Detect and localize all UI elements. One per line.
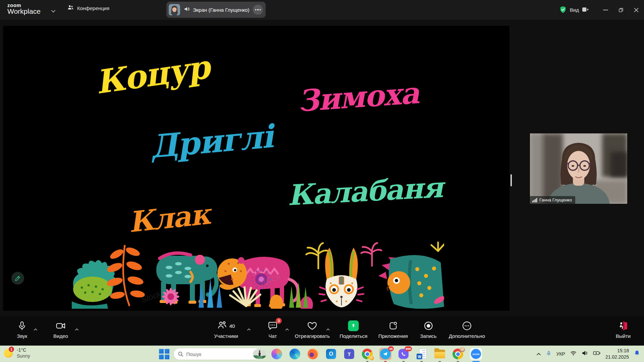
participants-options-chevron[interactable] bbox=[246, 325, 252, 334]
record-label: Запись bbox=[420, 333, 436, 339]
tray-time: 15:18 bbox=[605, 348, 629, 354]
zoom-icon: zoom bbox=[471, 349, 481, 359]
restore-button[interactable] bbox=[613, 0, 629, 20]
react-label: Отреагировать bbox=[295, 333, 330, 339]
start-button[interactable] bbox=[158, 348, 170, 360]
extension-overlay-icon bbox=[369, 356, 374, 361]
video-button[interactable]: Видео bbox=[53, 319, 68, 339]
teams-app-icon[interactable]: T bbox=[343, 348, 355, 360]
more-label: Дополнительно bbox=[449, 333, 485, 339]
edge-app-icon[interactable] bbox=[289, 348, 301, 360]
outlook-icon: O bbox=[326, 349, 336, 359]
brand-workplace: Workplace bbox=[7, 7, 41, 15]
chat-options-chevron[interactable] bbox=[284, 325, 290, 334]
zoom-app-icon[interactable]: zoom bbox=[470, 348, 482, 360]
chrome-extension-app-icon[interactable] bbox=[361, 348, 373, 360]
record-icon bbox=[423, 319, 433, 332]
word-app-icon[interactable]: W bbox=[416, 348, 428, 360]
react-options-chevron[interactable] bbox=[325, 325, 331, 334]
windows-logo-icon bbox=[159, 349, 169, 359]
close-button[interactable] bbox=[629, 0, 644, 20]
wifi-icon[interactable] bbox=[570, 351, 577, 357]
sun-icon: 1 bbox=[3, 348, 14, 358]
notification-bell-icon[interactable] bbox=[634, 350, 640, 358]
firefox-app-icon[interactable] bbox=[307, 348, 319, 360]
people-icon bbox=[67, 4, 74, 12]
tab-more-button[interactable] bbox=[253, 5, 263, 15]
taskbar-app-icons: O T 48 999 bbox=[271, 348, 482, 360]
tab-screen-share[interactable]: Экран (Ганна Глущенко) bbox=[166, 2, 266, 18]
tray-date: 21.02.2025 bbox=[605, 354, 629, 360]
tray-mic-icon[interactable] bbox=[546, 350, 551, 358]
shield-check-icon[interactable] bbox=[559, 6, 567, 14]
viber-badge: 999 bbox=[405, 346, 412, 351]
search-highlight-image[interactable] bbox=[253, 349, 266, 359]
participants-label: Участники bbox=[214, 333, 238, 339]
participants-count: 40 bbox=[229, 323, 235, 329]
volume-icon[interactable] bbox=[582, 350, 588, 357]
chat-button[interactable]: 3 Чат bbox=[268, 319, 278, 339]
edge-icon bbox=[289, 349, 300, 359]
participants-icon bbox=[217, 320, 227, 331]
audio-options-chevron[interactable] bbox=[32, 325, 39, 334]
audio-button[interactable]: Звук bbox=[17, 319, 28, 339]
shared-screen: Коцур Зимоха Дриглі Калабаня Клак bbox=[3, 26, 509, 311]
screen-word: Коцур bbox=[94, 51, 211, 99]
language-indicator[interactable]: УКР bbox=[556, 351, 565, 357]
search-icon bbox=[178, 351, 183, 357]
tab-meeting[interactable]: Конференция bbox=[67, 4, 109, 12]
participants-button[interactable]: 40 Участники bbox=[214, 319, 238, 339]
viber-app-icon[interactable]: 999 bbox=[397, 348, 410, 360]
audio-label: Звук bbox=[17, 333, 28, 339]
annotate-pencil-button[interactable] bbox=[11, 272, 24, 285]
record-button[interactable]: Запись bbox=[420, 319, 436, 339]
outlook-app-icon[interactable]: O bbox=[325, 348, 337, 360]
chat-icon: 3 bbox=[268, 319, 278, 332]
word-icon: W bbox=[417, 349, 427, 359]
video-label: Видео bbox=[53, 333, 68, 339]
screen-word: Дриглі bbox=[149, 120, 274, 163]
tray-chevron-up-icon[interactable] bbox=[536, 351, 541, 357]
screen-word: Зимоха bbox=[297, 78, 420, 116]
weather-temp: -1°C bbox=[17, 347, 30, 353]
copilot-icon bbox=[271, 349, 282, 359]
minimize-button[interactable] bbox=[598, 0, 613, 20]
weather-widget[interactable]: 1 -1°C Sunny bbox=[3, 347, 30, 359]
participant-video[interactable]: Ганна Глущенко bbox=[530, 133, 627, 204]
titlebar-right: Вид bbox=[559, 0, 644, 20]
telegram-app-icon[interactable]: 48 bbox=[379, 348, 391, 360]
camera-icon bbox=[56, 319, 66, 332]
folder-icon bbox=[434, 350, 445, 358]
apps-button[interactable]: Приложения bbox=[378, 319, 408, 339]
clock-widget[interactable]: 15:18 21.02.2025 bbox=[605, 348, 629, 360]
share-screen-icon bbox=[348, 320, 359, 331]
tab-meeting-label: Конференция bbox=[77, 5, 109, 11]
video-options-chevron[interactable] bbox=[73, 325, 80, 334]
screen-word: Клак bbox=[127, 200, 211, 237]
more-button[interactable]: Дополнительно bbox=[449, 319, 485, 339]
view-layout-icon[interactable] bbox=[582, 7, 588, 13]
taskbar-search[interactable] bbox=[173, 348, 261, 360]
panel-resize-handle[interactable] bbox=[511, 174, 512, 186]
chevron-down-icon[interactable] bbox=[51, 8, 56, 14]
search-input[interactable] bbox=[186, 351, 253, 357]
battery-icon[interactable] bbox=[593, 351, 600, 357]
file-explorer-app-icon[interactable] bbox=[434, 348, 446, 360]
speaker-avatar bbox=[169, 4, 180, 15]
participant-name-label: Ганна Глущенко bbox=[530, 196, 575, 204]
leave-button[interactable]: Выйти bbox=[616, 319, 631, 339]
meeting-toolbar: Звук Видео 40 Участники 3 Чат bbox=[0, 316, 644, 346]
zoom-workplace-window: zoom Workplace Конференция Экран (Ганна … bbox=[0, 0, 644, 362]
leave-label: Выйти bbox=[616, 333, 631, 339]
share-label: Поделиться bbox=[340, 333, 368, 339]
window-titlebar: zoom Workplace Конференция Экран (Ганна … bbox=[0, 0, 644, 20]
share-button[interactable]: Поделиться bbox=[340, 319, 368, 339]
heart-icon bbox=[307, 319, 317, 332]
chrome-profile-app-icon[interactable] bbox=[452, 348, 464, 360]
view-label[interactable]: Вид bbox=[570, 7, 579, 13]
copilot-app-icon[interactable] bbox=[271, 348, 283, 360]
profile-photo-overlay bbox=[460, 347, 465, 352]
chat-label: Чат bbox=[269, 333, 277, 339]
telegram-badge: 48 bbox=[388, 346, 394, 351]
participant-name: Ганна Глущенко bbox=[539, 197, 572, 202]
